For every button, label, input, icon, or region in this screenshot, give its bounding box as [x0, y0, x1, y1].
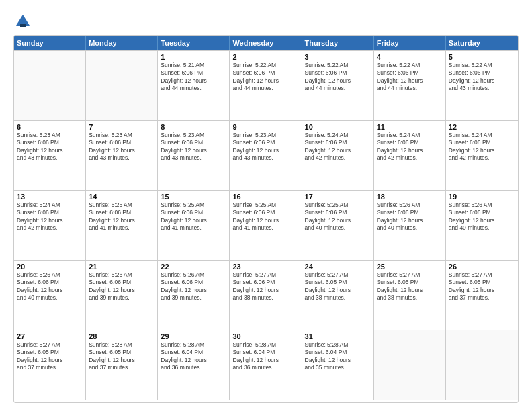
cell-line: Daylight: 12 hours	[161, 77, 226, 85]
cell-line: Sunset: 6:06 PM	[449, 69, 515, 77]
weekday-header: Sunday	[14, 36, 86, 50]
cell-line: and 37 minutes.	[89, 364, 154, 371]
cell-line: Daylight: 12 hours	[305, 357, 371, 364]
cell-line: Daylight: 12 hours	[161, 217, 226, 224]
calendar-cell: 26Sunrise: 5:27 AMSunset: 6:05 PMDayligh…	[446, 261, 518, 330]
calendar-cell: 9Sunrise: 5:23 AMSunset: 6:06 PMDaylight…	[230, 121, 302, 190]
day-number: 1	[161, 53, 226, 61]
cell-line: Sunrise: 5:27 AM	[232, 271, 298, 279]
day-number: 18	[377, 193, 443, 201]
cell-line: Daylight: 12 hours	[89, 357, 154, 364]
weekday-header: Thursday	[302, 36, 374, 50]
calendar-cell	[14, 51, 86, 120]
day-number: 4	[377, 53, 443, 61]
calendar-cell: 12Sunrise: 5:24 AMSunset: 6:06 PMDayligh…	[446, 121, 518, 190]
day-number: 8	[161, 123, 226, 131]
cell-line: Sunset: 6:06 PM	[17, 139, 83, 146]
cell-line: and 39 minutes.	[161, 294, 226, 302]
day-number: 14	[89, 193, 154, 201]
day-number: 31	[305, 332, 371, 340]
day-number: 6	[17, 123, 83, 131]
calendar-body: 1Sunrise: 5:21 AMSunset: 6:06 PMDaylight…	[14, 50, 518, 400]
cell-line: and 39 minutes.	[89, 294, 154, 302]
cell-line: Sunrise: 5:24 AM	[17, 201, 83, 209]
cell-line: Daylight: 12 hours	[161, 147, 226, 154]
calendar-cell	[446, 330, 518, 400]
weekday-header: Monday	[86, 36, 158, 50]
cell-line: Sunrise: 5:26 AM	[449, 201, 515, 209]
day-number: 17	[305, 193, 371, 201]
cell-line: and 36 minutes.	[232, 364, 298, 371]
cell-line: and 41 minutes.	[89, 224, 154, 232]
day-number: 25	[377, 263, 443, 271]
cell-line: Sunset: 6:04 PM	[232, 349, 298, 356]
cell-line: Sunset: 6:06 PM	[161, 209, 226, 216]
day-number: 15	[161, 193, 226, 201]
day-number: 2	[232, 53, 298, 61]
day-number: 26	[449, 263, 515, 271]
cell-line: Daylight: 12 hours	[377, 147, 443, 154]
calendar-cell: 25Sunrise: 5:27 AMSunset: 6:05 PMDayligh…	[374, 261, 446, 330]
cell-line: and 44 minutes.	[377, 85, 443, 92]
cell-line: Sunset: 6:06 PM	[377, 69, 443, 77]
cell-line: Sunset: 6:06 PM	[305, 139, 371, 146]
calendar-cell: 3Sunrise: 5:22 AMSunset: 6:06 PMDaylight…	[302, 51, 374, 120]
cell-line: and 42 minutes.	[377, 154, 443, 162]
cell-line: Sunset: 6:06 PM	[161, 139, 226, 146]
calendar-cell: 18Sunrise: 5:26 AMSunset: 6:06 PMDayligh…	[374, 191, 446, 260]
day-number: 12	[449, 123, 515, 131]
cell-line: Sunset: 6:06 PM	[305, 209, 371, 216]
cell-line: Sunrise: 5:23 AM	[232, 132, 298, 139]
calendar-row: 20Sunrise: 5:26 AMSunset: 6:06 PMDayligh…	[14, 260, 518, 330]
cell-line: Daylight: 12 hours	[449, 77, 515, 85]
cell-line: Daylight: 12 hours	[305, 287, 371, 294]
cell-line: and 41 minutes.	[232, 224, 298, 232]
cell-line: Sunset: 6:06 PM	[232, 139, 298, 146]
calendar-cell: 29Sunrise: 5:28 AMSunset: 6:04 PMDayligh…	[158, 330, 230, 400]
cell-line: Daylight: 12 hours	[449, 287, 515, 294]
cell-line: and 40 minutes.	[449, 224, 515, 232]
cell-line: Daylight: 12 hours	[449, 147, 515, 154]
cell-line: Daylight: 12 hours	[17, 357, 83, 364]
calendar-cell: 28Sunrise: 5:28 AMSunset: 6:05 PMDayligh…	[86, 330, 158, 400]
cell-line: Sunset: 6:06 PM	[89, 279, 154, 286]
calendar-cell: 14Sunrise: 5:25 AMSunset: 6:06 PMDayligh…	[86, 191, 158, 260]
weekday-header: Friday	[374, 36, 446, 50]
cell-line: and 44 minutes.	[161, 85, 226, 92]
calendar-row: 27Sunrise: 5:27 AMSunset: 6:05 PMDayligh…	[14, 330, 518, 400]
cell-line: Sunrise: 5:23 AM	[89, 132, 154, 139]
day-number: 5	[449, 53, 515, 61]
cell-line: and 43 minutes.	[161, 154, 226, 162]
cell-line: and 42 minutes.	[449, 154, 515, 162]
calendar-cell: 4Sunrise: 5:22 AMSunset: 6:06 PMDaylight…	[374, 51, 446, 120]
cell-line: Sunrise: 5:22 AM	[377, 62, 443, 69]
cell-line: Sunrise: 5:22 AM	[305, 62, 371, 69]
calendar-cell: 1Sunrise: 5:21 AMSunset: 6:06 PMDaylight…	[158, 51, 230, 120]
cell-line: Sunrise: 5:26 AM	[377, 201, 443, 209]
cell-line: Sunrise: 5:27 AM	[377, 271, 443, 279]
cell-line: Sunset: 6:06 PM	[449, 209, 515, 216]
cell-line: Daylight: 12 hours	[161, 287, 226, 294]
cell-line: Sunset: 6:06 PM	[232, 69, 298, 77]
cell-line: Sunset: 6:05 PM	[449, 279, 515, 286]
cell-line: and 38 minutes.	[377, 294, 443, 302]
day-number: 11	[377, 123, 443, 131]
day-number: 9	[232, 123, 298, 131]
cell-line: Sunrise: 5:25 AM	[232, 201, 298, 209]
calendar-cell: 31Sunrise: 5:28 AMSunset: 6:04 PMDayligh…	[302, 330, 374, 400]
cell-line: Sunrise: 5:22 AM	[449, 62, 515, 69]
cell-line: Daylight: 12 hours	[89, 287, 154, 294]
calendar-cell: 5Sunrise: 5:22 AMSunset: 6:06 PMDaylight…	[446, 51, 518, 120]
calendar-cell: 17Sunrise: 5:25 AMSunset: 6:06 PMDayligh…	[302, 191, 374, 260]
calendar-cell: 7Sunrise: 5:23 AMSunset: 6:06 PMDaylight…	[86, 121, 158, 190]
cell-line: and 42 minutes.	[17, 224, 83, 232]
cell-line: Daylight: 12 hours	[449, 217, 515, 224]
cell-line: and 37 minutes.	[17, 364, 83, 371]
calendar-cell	[374, 330, 446, 400]
calendar-cell: 11Sunrise: 5:24 AMSunset: 6:06 PMDayligh…	[374, 121, 446, 190]
day-number: 23	[232, 263, 298, 271]
cell-line: and 43 minutes.	[232, 154, 298, 162]
calendar-cell: 10Sunrise: 5:24 AMSunset: 6:06 PMDayligh…	[302, 121, 374, 190]
day-number: 3	[305, 53, 371, 61]
calendar-header: SundayMondayTuesdayWednesdayThursdayFrid…	[14, 36, 518, 50]
